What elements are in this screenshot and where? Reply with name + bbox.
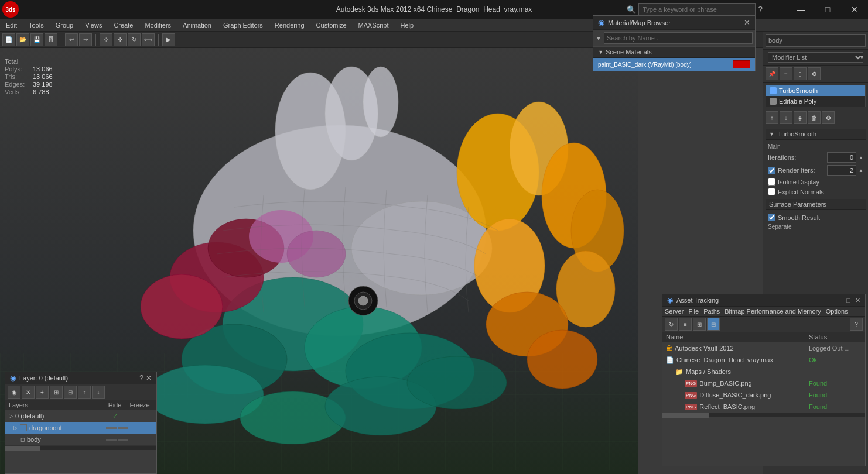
menu-graph-editors[interactable]: Graph Editors (217, 19, 269, 32)
layers-help-btn[interactable]: ? (139, 374, 143, 382)
at-reflect-status: Found (809, 403, 862, 410)
toolbar-render[interactable]: ▶ (162, 33, 175, 46)
layers-toolbar-btn1[interactable]: ◉ (8, 386, 20, 399)
at-menu-bitmap[interactable]: Bitmap Performance and Memory (725, 308, 821, 315)
at-row-maps-folder[interactable]: 📁 Maps / Shaders (662, 366, 865, 377)
layer-row-body[interactable]: ◻ body (5, 434, 156, 445)
toolbar-rotate[interactable]: ↻ (128, 33, 141, 46)
at-detail-btn[interactable]: ⊟ (707, 318, 720, 331)
material-item-row[interactable]: paint_BASIC_dark (VRayMtl) [body] (593, 58, 755, 71)
at-menu-file[interactable]: File (688, 308, 699, 315)
move-up-btn[interactable]: ↑ (766, 111, 778, 124)
layers-header-icons: ? ✕ (139, 374, 152, 382)
at-maximize-btn[interactable]: □ (846, 297, 850, 304)
menu-create[interactable]: Create (108, 19, 139, 32)
edges-value: 39 198 (33, 81, 53, 88)
at-bump-png-icon: PNG (685, 380, 697, 387)
toolbar-select[interactable]: ⊹ (100, 33, 112, 46)
modifier-turbosmooth[interactable]: TurboSmooth (766, 85, 865, 96)
at-row-diffuse[interactable]: PNG Diffuse_BASIC_dark.png Found (662, 389, 865, 401)
at-menu-server[interactable]: Server (665, 308, 684, 315)
toolbar-redo[interactable]: ↪ (79, 33, 92, 46)
close-button[interactable]: ✕ (841, 0, 868, 19)
layers-toolbar-btn6[interactable]: ↑ (78, 386, 91, 399)
menu-views[interactable]: Views (79, 19, 108, 32)
render-iters-checkbox[interactable] (768, 167, 775, 174)
maximize-button[interactable]: □ (814, 0, 841, 19)
at-menu-paths[interactable]: Paths (703, 308, 720, 315)
configure2-btn[interactable]: ⚙ (822, 111, 835, 124)
material-search-input[interactable] (604, 32, 753, 44)
at-row-bump[interactable]: PNG Bump_BASIC.png Found (662, 377, 865, 389)
at-title-bar: ◉ Asset Tracking — □ ✕ (662, 294, 865, 307)
menu-animation[interactable]: Animation (177, 19, 217, 32)
layers-toolbar-btn5[interactable]: ⊟ (64, 386, 77, 399)
toolbar-move[interactable]: ✛ (114, 33, 127, 46)
menu-edit[interactable]: Edit (0, 19, 23, 32)
layers-toolbar-btn2[interactable]: ✕ (22, 386, 35, 399)
iterations-input[interactable] (827, 152, 856, 163)
layers-toolbar-btn4[interactable]: ⊞ (50, 386, 63, 399)
menu-help[interactable]: Help (395, 19, 420, 32)
modifier-editable-poly[interactable]: Editable Poly (766, 96, 865, 107)
turbosmooth-label: TurboSmooth (779, 87, 818, 94)
at-row-reflect[interactable]: PNG Reflect_BASIC.png Found (662, 401, 865, 413)
at-row-max-file[interactable]: 📄 Chinese_Dragon_Head_vray.max Ok (662, 354, 865, 366)
menu-modifiers[interactable]: Modifiers (139, 19, 177, 32)
minimize-button[interactable]: — (787, 0, 814, 19)
toolbar-open[interactable]: 📂 (16, 33, 29, 46)
at-scrollbar[interactable] (662, 413, 865, 417)
modifier-search-input[interactable] (766, 34, 866, 47)
remove-btn[interactable]: 🗑 (808, 111, 821, 124)
smooth-result-checkbox[interactable] (768, 214, 775, 221)
make-unique-btn[interactable]: ◈ (794, 111, 807, 124)
modifier-list-select[interactable]: Modifier List (768, 52, 863, 63)
toolbar-scale[interactable]: ⟺ (142, 33, 155, 46)
keyword-search-input[interactable] (638, 3, 756, 16)
isoline-row: Isoline Display (766, 177, 866, 187)
at-reflect-name: Reflect_BASIC.png (699, 403, 809, 410)
layers-scrollbar[interactable] (5, 445, 156, 450)
help-icon[interactable]: ? (758, 5, 763, 14)
at-grid-btn[interactable]: ⊞ (693, 318, 706, 331)
isoline-checkbox[interactable] (768, 178, 775, 186)
menu-group[interactable]: Group (50, 19, 80, 32)
menu-maxscript[interactable]: MAXScript (353, 19, 395, 32)
collapse-ts-icon[interactable]: ▼ (769, 131, 774, 137)
at-menu-options[interactable]: Options (826, 308, 848, 315)
show-all-btn[interactable]: ≡ (780, 67, 792, 80)
layers-toolbar-btn3[interactable]: + (36, 386, 49, 399)
svg-point-30 (527, 330, 597, 389)
pin-stack-btn[interactable]: 📌 (766, 67, 778, 80)
more-btn[interactable]: ⋮ (794, 67, 807, 80)
at-list-btn[interactable]: ≡ (679, 318, 692, 331)
separator3 (158, 34, 159, 46)
iterations-spinner-up[interactable]: ▲ (859, 155, 863, 160)
toolbar-save[interactable]: 💾 (30, 33, 43, 46)
at-help-btn[interactable]: ? (850, 318, 863, 331)
toolbar-undo[interactable]: ↩ (65, 33, 78, 46)
at-row-vault[interactable]: 🏛 Autodesk Vault 2012 Logged Out ... (662, 342, 865, 354)
configure-btn[interactable]: ⚙ (808, 67, 821, 80)
col-freeze-label: Freeze (127, 401, 153, 408)
material-browser-close[interactable]: ✕ (744, 18, 750, 27)
render-iters-spinner-up[interactable]: ▲ (859, 168, 863, 173)
at-minimize-btn[interactable]: — (835, 297, 842, 304)
iterations-row: Iterations: ▲ (766, 151, 866, 164)
at-close-btn[interactable]: ✕ (855, 297, 860, 304)
render-iters-input[interactable] (827, 165, 856, 176)
layer-row-default[interactable]: ▷ 0 (default) ✓ (5, 410, 156, 422)
menu-tools[interactable]: Tools (23, 19, 50, 32)
layers-icon: ◉ (10, 374, 16, 382)
explicit-normals-checkbox[interactable] (768, 188, 775, 195)
layers-close-btn[interactable]: ✕ (146, 374, 152, 382)
collapse-icon[interactable]: ▼ (598, 49, 603, 55)
menu-rendering[interactable]: Rendering (269, 19, 310, 32)
move-down-btn[interactable]: ↓ (780, 111, 792, 124)
toolbar-save-as[interactable]: 🗄 (45, 33, 57, 46)
layers-toolbar-btn7[interactable]: ↓ (92, 386, 105, 399)
menu-customize[interactable]: Customize (310, 19, 353, 32)
at-refresh-btn[interactable]: ↻ (665, 318, 678, 331)
toolbar-new[interactable]: 📄 (2, 33, 15, 46)
layer-row-dragonboat[interactable]: ▷ dragonboat (5, 422, 156, 434)
